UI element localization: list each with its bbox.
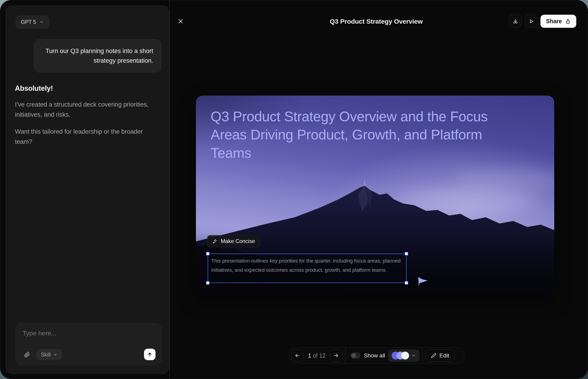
composer[interactable]: Type here... Skill — [15, 323, 162, 365]
previous-slide-button[interactable] — [291, 349, 304, 362]
chevron-down-icon — [39, 20, 44, 24]
cursor-pointer-icon — [417, 276, 429, 287]
page-total: 12 — [319, 352, 326, 359]
selection-handle-bottom-right[interactable] — [405, 281, 408, 284]
panel-divider — [169, 0, 170, 379]
page-separator: of — [313, 352, 318, 359]
sparkle-icon — [213, 239, 218, 244]
close-button[interactable] — [175, 16, 186, 27]
theme-color-dropdown[interactable] — [388, 349, 419, 362]
share-button[interactable]: Share — [541, 15, 576, 28]
app-window: GPT 5 Turn our Q3 planning notes into a … — [0, 0, 588, 379]
close-icon — [178, 18, 184, 24]
slide-canvas: Q3 Product Strategy Overview and the Foc… — [196, 95, 554, 297]
divider — [345, 347, 346, 364]
chat-panel: GPT 5 Turn our Q3 planning notes into a … — [5, 5, 169, 374]
next-slide-button[interactable] — [330, 349, 342, 362]
page-indicator: 1 of 12 — [307, 352, 327, 359]
slide-title[interactable]: Q3 Product Strategy Overview and the Foc… — [211, 108, 521, 162]
present-button[interactable] — [525, 15, 538, 28]
download-button[interactable] — [509, 15, 522, 28]
selection-handle-bottom-left[interactable] — [206, 281, 209, 284]
selection-handle-top-left[interactable] — [206, 252, 209, 255]
composer-input[interactable]: Type here... — [22, 330, 57, 337]
assistant-paragraph: Want this tailored for leadership or the… — [15, 126, 150, 147]
skill-dropdown-label: Skill — [41, 352, 50, 358]
pencil-icon — [431, 353, 436, 358]
assistant-message: Absolutely! I’ve created a structured de… — [15, 84, 160, 147]
slide-description-text: This presentation outlines key prioritie… — [211, 256, 404, 274]
paperclip-icon — [24, 352, 30, 358]
make-concise-button[interactable]: Make Concise — [207, 235, 260, 247]
share-button-label: Share — [546, 18, 562, 25]
assistant-paragraph: I’ve created a structured deck covering … — [15, 99, 150, 120]
slide-controls-bar: 1 of 12 Show all — [289, 347, 464, 364]
skill-dropdown[interactable]: Skill — [36, 349, 62, 360]
chevron-down-icon — [411, 353, 416, 358]
make-concise-label: Make Concise — [221, 238, 255, 244]
arrow-left-icon — [294, 353, 300, 359]
play-icon — [528, 18, 534, 24]
show-all-label: Show all — [364, 352, 385, 359]
selection-handle-top-right[interactable] — [405, 252, 408, 255]
edit-button[interactable]: Edit — [426, 349, 454, 362]
model-selector-label: GPT 5 — [21, 19, 36, 25]
user-message-text: Turn our Q3 planning notes into a short … — [46, 47, 153, 64]
edit-button-label: Edit — [439, 352, 449, 359]
arrow-right-icon — [333, 353, 339, 359]
model-selector[interactable]: GPT 5 — [15, 16, 49, 29]
share-icon — [565, 18, 571, 24]
arrow-up-icon — [147, 351, 153, 357]
chevron-down-icon — [53, 353, 57, 357]
download-icon — [512, 18, 518, 24]
show-all-toggle[interactable] — [351, 353, 360, 359]
send-button[interactable] — [144, 349, 155, 360]
attach-button[interactable] — [22, 349, 33, 360]
page-current: 1 — [308, 352, 311, 359]
slide-description-textbox[interactable]: This presentation outlines key prioritie… — [208, 253, 406, 283]
toggle-knob — [351, 353, 356, 358]
show-all-control: Show all — [349, 352, 385, 359]
assistant-heading: Absolutely! — [15, 84, 160, 93]
divider — [422, 347, 423, 364]
theme-swatches — [392, 352, 409, 360]
theme-swatch-white — [401, 352, 409, 360]
user-message-bubble: Turn our Q3 planning notes into a short … — [33, 39, 161, 73]
